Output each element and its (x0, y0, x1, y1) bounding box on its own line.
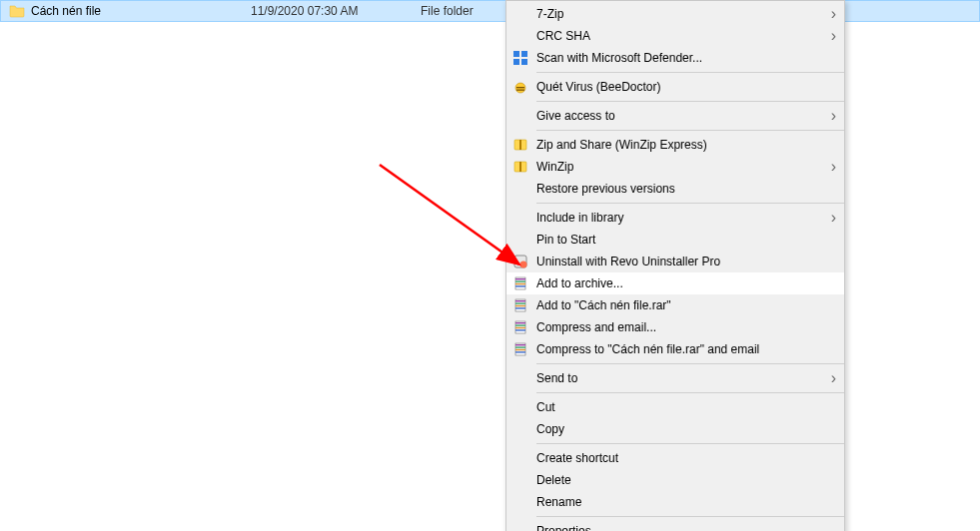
blank-icon (510, 421, 530, 437)
menu-separator (536, 443, 844, 444)
winzip-icon (510, 137, 530, 153)
menu-item-label: Delete (536, 473, 816, 487)
menu-item[interactable]: Create shortcut (506, 447, 844, 469)
menu-item[interactable]: Copy (506, 418, 844, 440)
svg-rect-2 (513, 59, 519, 65)
menu-separator (536, 72, 844, 73)
blank-icon (510, 108, 530, 124)
defender-icon (510, 50, 530, 66)
menu-item-label: Give access to (536, 109, 816, 123)
menu-item[interactable]: Include in library› (506, 207, 844, 229)
menu-item[interactable]: WinZip› (506, 156, 844, 178)
menu-item-label: Create shortcut (536, 451, 816, 465)
svg-rect-6 (516, 90, 524, 91)
menu-separator (536, 130, 844, 131)
blank-icon (510, 210, 530, 226)
menu-item[interactable]: Give access to› (506, 105, 844, 127)
menu-separator (536, 203, 844, 204)
menu-item[interactable]: Scan with Microsoft Defender... (506, 47, 844, 69)
menu-item-label: Quét Virus (BeeDoctor) (536, 80, 816, 94)
svg-rect-3 (521, 59, 527, 65)
menu-item-label: Send to (536, 371, 816, 385)
menu-item[interactable]: Restore previous versions (506, 178, 844, 200)
menu-item[interactable]: Send to› (506, 367, 844, 389)
svg-rect-15 (515, 280, 525, 281)
rar-icon (510, 297, 530, 313)
menu-item[interactable]: Compress and email... (506, 316, 844, 338)
menu-item-label: Cut (536, 400, 816, 414)
svg-rect-1 (521, 51, 527, 57)
menu-item[interactable]: Uninstall with Revo Uninstaller Pro (506, 251, 844, 272)
menu-separator (536, 101, 844, 102)
svg-rect-16 (515, 283, 525, 284)
menu-item[interactable]: Cut (506, 396, 844, 418)
menu-separator (536, 392, 844, 393)
blank-icon (510, 6, 530, 22)
file-date: 11/9/2020 07:30 AM (251, 4, 421, 18)
menu-item[interactable]: Delete (506, 469, 844, 491)
blank-icon (510, 450, 530, 466)
blank-icon (510, 28, 530, 44)
chevron-right-icon: › (831, 158, 836, 176)
blank-icon (510, 494, 530, 510)
svg-rect-17 (515, 285, 525, 286)
blank-icon (510, 181, 530, 197)
bee-icon (510, 79, 530, 95)
rar-icon (510, 319, 530, 335)
blank-icon (510, 232, 530, 248)
svg-rect-5 (516, 87, 524, 88)
chevron-right-icon: › (831, 369, 836, 387)
svg-rect-20 (515, 302, 525, 303)
rar-icon (510, 275, 530, 291)
menu-item[interactable]: Quét Virus (BeeDoctor) (506, 76, 844, 98)
menu-item[interactable]: Compress to "Cách nén file.rar" and emai… (506, 338, 844, 360)
menu-separator (536, 363, 844, 364)
svg-rect-19 (515, 300, 525, 301)
menu-item[interactable]: CRC SHA› (506, 25, 844, 47)
menu-item-label: Compress to "Cách nén file.rar" and emai… (536, 342, 816, 356)
svg-rect-26 (515, 327, 525, 328)
menu-item-label: Uninstall with Revo Uninstaller Pro (536, 255, 816, 268)
svg-point-12 (520, 262, 527, 268)
svg-rect-30 (515, 346, 525, 347)
svg-rect-24 (515, 322, 525, 323)
menu-item-label: Copy (536, 422, 816, 436)
svg-rect-22 (515, 307, 525, 308)
menu-item-label: WinZip (536, 160, 816, 174)
rar-icon (510, 341, 530, 357)
blank-icon (510, 523, 530, 531)
menu-item-label: Scan with Microsoft Defender... (536, 51, 816, 65)
menu-item[interactable]: Add to archive... (506, 272, 844, 294)
svg-rect-29 (515, 344, 525, 345)
menu-item[interactable]: Zip and Share (WinZip Express) (506, 134, 844, 156)
svg-rect-27 (515, 329, 525, 330)
blank-icon (510, 399, 530, 415)
svg-rect-14 (515, 278, 525, 279)
blank-icon (510, 370, 530, 386)
menu-item-label: Properties (536, 524, 816, 531)
revo-icon (510, 254, 530, 269)
menu-item-label: Compress and email... (536, 320, 816, 334)
menu-item-label: Restore previous versions (536, 182, 816, 196)
file-name: Cách nén file (31, 4, 251, 18)
menu-item[interactable]: Add to "Cách nén file.rar" (506, 294, 844, 316)
winzip-icon (510, 159, 530, 175)
menu-item-label: Add to archive... (536, 276, 816, 290)
context-menu[interactable]: 7-Zip›CRC SHA›Scan with Microsoft Defend… (505, 0, 845, 531)
svg-rect-0 (513, 51, 519, 57)
menu-item-label: Add to "Cách nén file.rar" (536, 298, 816, 312)
menu-item[interactable]: 7-Zip› (506, 3, 844, 25)
menu-item-label: CRC SHA (536, 29, 816, 43)
menu-separator (536, 516, 844, 517)
menu-item[interactable]: Rename (506, 491, 844, 513)
svg-rect-25 (515, 324, 525, 325)
menu-item[interactable]: Pin to Start (506, 229, 844, 251)
chevron-right-icon: › (831, 5, 836, 23)
svg-rect-31 (515, 349, 525, 350)
svg-line-34 (380, 165, 519, 265)
chevron-right-icon: › (831, 27, 836, 45)
svg-rect-8 (519, 140, 521, 150)
menu-item[interactable]: Properties (506, 520, 844, 531)
svg-rect-21 (515, 305, 525, 306)
blank-icon (510, 472, 530, 488)
